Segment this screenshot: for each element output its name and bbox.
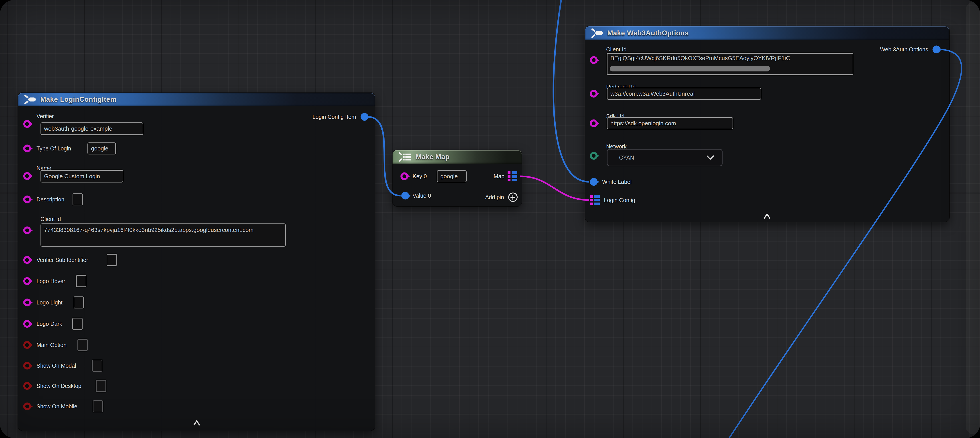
node-title: Make Web3AuthOptions — [607, 29, 689, 37]
input-pin-white-label[interactable] — [590, 178, 598, 186]
output-pin-login-config-item[interactable] — [361, 113, 369, 121]
node-title: Make LoginConfigItem — [40, 96, 116, 104]
client-id-scrollbar[interactable] — [610, 66, 770, 72]
input-pin-logo-hover[interactable] — [23, 277, 31, 285]
node-title: Make Map — [416, 153, 450, 161]
pin-label-type-of-login: Type Of Login — [37, 145, 71, 152]
pin-label-login-config: Login Config — [604, 197, 635, 204]
pin-label-white-label: White Label — [602, 179, 632, 185]
input-pin-description[interactable] — [23, 196, 31, 204]
output-pin-label: Web 3Auth Options — [880, 46, 928, 53]
input-pin-main-option[interactable] — [23, 341, 31, 349]
network-dropdown[interactable]: CYAN — [607, 149, 722, 166]
make-struct-icon — [590, 28, 603, 39]
pin-label-show-on-mobile: Show On Mobile — [37, 403, 77, 410]
node-header-make-loginconfigitem[interactable]: Make LoginConfigItem — [18, 92, 375, 107]
network-selected-value: CYAN — [619, 154, 634, 161]
pin-label-logo-light: Logo Light — [37, 299, 62, 306]
node-header-make-map[interactable]: Make Map — [393, 150, 522, 164]
input-pin-show-on-mobile[interactable] — [23, 403, 31, 410]
input-pin-show-on-modal[interactable] — [23, 362, 31, 370]
name-input[interactable]: Google Custom Login — [40, 170, 123, 183]
output-pin-label: Login Config Item — [312, 114, 356, 120]
logo-hover-input[interactable] — [76, 275, 86, 287]
pin-label-client-id: Client Id — [40, 216, 61, 222]
output-pin-map[interactable] — [508, 171, 517, 182]
input-pin-login-config[interactable] — [590, 195, 600, 205]
pin-label-show-on-modal: Show On Modal — [37, 363, 76, 369]
logo-dark-input[interactable] — [72, 318, 83, 330]
pin-label-main-option: Main Option — [37, 342, 67, 348]
input-pin-client-id[interactable] — [23, 226, 31, 234]
pin-label-client-id: Client Id — [606, 46, 627, 53]
node-make-web3authoptions[interactable]: Make Web3AuthOptions Web 3Auth Options C… — [585, 26, 949, 222]
input-pin-key-0[interactable] — [401, 172, 408, 180]
show-on-mobile-checkbox[interactable] — [93, 400, 103, 413]
input-pin-network[interactable] — [590, 152, 598, 160]
output-pin-label-map: Map — [493, 173, 504, 180]
add-pin-label: Add pin — [485, 194, 504, 201]
pin-label-value-0: Value 0 — [412, 193, 431, 199]
input-pin-verifier-sub-identifier[interactable] — [23, 256, 31, 264]
pin-label-verifier: Verifier — [37, 113, 54, 119]
pin-label-logo-dark: Logo Dark — [37, 321, 62, 327]
add-pin-icon[interactable] — [508, 193, 518, 202]
main-option-checkbox[interactable] — [78, 339, 88, 351]
pin-label-show-on-desktop: Show On Desktop — [37, 383, 81, 389]
input-pin-value-0[interactable] — [401, 192, 409, 200]
input-pin-show-on-desktop[interactable] — [23, 382, 31, 390]
input-pin-type-of-login[interactable] — [23, 145, 31, 153]
redirect-url-input[interactable]: w3a://com.w3a.Web3AuthUnreal — [607, 88, 761, 100]
client-id-input[interactable]: BEglQSgt4cUWcj6SKRdu5QkOXTsePmMcusG5EAoy… — [607, 53, 853, 75]
pin-label-logo-hover: Logo Hover — [37, 278, 65, 284]
logo-light-input[interactable] — [74, 296, 84, 309]
make-struct-icon — [23, 94, 36, 105]
key-0-input[interactable]: google — [437, 170, 467, 182]
input-pin-client-id[interactable] — [590, 56, 598, 64]
collapse-chevron-icon[interactable] — [763, 213, 771, 220]
input-pin-logo-dark[interactable] — [23, 320, 31, 328]
output-pin-web3auth-options[interactable] — [932, 46, 940, 53]
verifier-sub-identifier-input[interactable] — [107, 254, 117, 266]
chevron-down-icon — [705, 154, 715, 161]
verifier-input[interactable]: web3auth-google-example — [40, 123, 143, 135]
show-on-modal-checkbox[interactable] — [92, 360, 102, 372]
node-make-loginconfigitem[interactable]: Make LoginConfigItem Login Config Item V… — [18, 92, 375, 431]
collapse-chevron-icon[interactable] — [192, 419, 201, 427]
node-header-make-web3authoptions[interactable]: Make Web3AuthOptions — [585, 26, 949, 40]
input-pin-sdk-url[interactable] — [590, 119, 598, 127]
type-of-login-input[interactable]: google — [88, 142, 116, 154]
input-pin-name[interactable] — [23, 172, 31, 180]
client-id-input[interactable]: 774338308167-q463s7kpvja16l4l0kko3nb925i… — [40, 223, 286, 247]
description-input[interactable] — [73, 193, 83, 205]
pin-label-description: Description — [37, 196, 64, 203]
sdk-url-input[interactable]: https://sdk.openlogin.com — [607, 117, 733, 129]
blueprint-canvas[interactable]: Make LoginConfigItem Login Config Item V… — [0, 0, 980, 438]
input-pin-verifier[interactable] — [23, 120, 31, 128]
input-pin-logo-light[interactable] — [23, 299, 31, 306]
make-map-icon — [398, 151, 412, 162]
pin-label-verifier-sub-identifier: Verifier Sub Identifier — [37, 257, 88, 263]
node-make-map[interactable]: Make Map Key 0 google Map Value 0 Add pi… — [393, 150, 522, 206]
show-on-desktop-checkbox[interactable] — [96, 380, 106, 392]
pin-label-key-0: Key 0 — [412, 173, 427, 180]
input-pin-redirect-url[interactable] — [590, 90, 598, 98]
